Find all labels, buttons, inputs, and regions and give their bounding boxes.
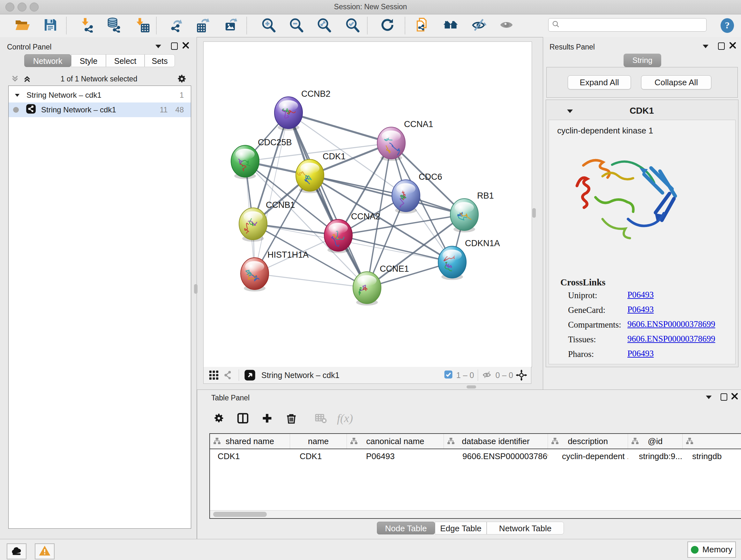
crosslink-link[interactable]: P06493 (627, 349, 654, 359)
result-expand-icon[interactable] (567, 110, 573, 113)
svg-text:?: ? (725, 20, 730, 30)
network-node-CCNB1[interactable]: CCNB1 (239, 200, 295, 242)
cell-name[interactable]: CDK1 (290, 449, 347, 464)
collapse-all-icon[interactable] (10, 74, 20, 85)
table-row[interactable]: CDK1 CDK1 P06493 9606.ENSP00000378699 cy… (210, 449, 741, 464)
horizontal-splitter-handle[interactable] (467, 385, 476, 388)
crosslink-link[interactable]: 9606.ENSP00000378699 (627, 334, 715, 344)
memory-button[interactable]: Memory (687, 542, 736, 558)
cell-namespace[interactable]: stringdb (683, 449, 741, 464)
network-node-CDC25B[interactable]: CDC25B (231, 138, 292, 179)
delete-table-button[interactable] (312, 410, 329, 427)
panel-menu-icon[interactable] (703, 45, 709, 48)
grid-view-icon[interactable] (207, 368, 221, 382)
zoom-in-button[interactable] (260, 17, 276, 34)
network-collection-row[interactable]: String Network – cdk1 1 (9, 88, 191, 103)
panel-float-icon[interactable] (171, 43, 178, 50)
expand-all-button[interactable]: Expand All (568, 75, 631, 89)
column-header[interactable]: name (290, 434, 347, 449)
tab-network[interactable]: Network (24, 54, 71, 67)
cell-canonical-name[interactable]: P06493 (347, 449, 444, 464)
save-session-button[interactable] (43, 17, 58, 34)
export-network-button[interactable] (168, 17, 184, 34)
clone-network-button[interactable] (414, 17, 430, 34)
column-header[interactable]: namespace (683, 434, 741, 449)
tab-string[interactable]: String (623, 54, 661, 67)
panel-close-icon[interactable] (729, 42, 737, 51)
crosslink-link[interactable]: P06493 (627, 305, 654, 314)
zoom-selected-button[interactable] (344, 17, 360, 34)
tree-expand-icon[interactable] (15, 94, 19, 97)
function-builder-button[interactable]: f(x) (336, 410, 354, 427)
birds-eye-toggle-icon[interactable] (243, 368, 257, 382)
hide-selected-button[interactable] (471, 17, 487, 34)
panel-close-icon[interactable] (731, 392, 738, 401)
add-column-button[interactable] (259, 410, 276, 427)
cell-id[interactable]: stringdb:9... (628, 449, 683, 464)
vertical-splitter-handle[interactable] (194, 284, 198, 294)
fit-selected-crosshair-icon[interactable] (513, 368, 530, 382)
selected-checkbox-icon[interactable] (444, 370, 453, 381)
network-node-CCNE1[interactable]: CCNE1 (353, 264, 409, 306)
tab-network-table[interactable]: Network Table (487, 522, 564, 535)
help-button[interactable]: ? (719, 17, 735, 35)
column-header[interactable]: shared name (210, 434, 290, 449)
table-panel-title: Table Panel (211, 394, 250, 402)
table-horizontal-scrollbar[interactable] (210, 510, 741, 518)
export-image-button[interactable] (223, 17, 239, 34)
crosslink-link[interactable]: 9606.ENSP00000378699 (627, 319, 715, 329)
panel-close-icon[interactable] (182, 42, 190, 51)
panel-menu-icon[interactable] (706, 395, 712, 399)
panel-float-icon[interactable] (721, 393, 727, 401)
show-columns-button[interactable] (234, 410, 252, 427)
network-node-CDKN1A[interactable]: CDKN1A (438, 239, 500, 280)
node-table[interactable]: shared name name canonical name database… (209, 433, 741, 519)
hidden-eye-icon[interactable] (482, 369, 492, 381)
network-row-selected[interactable]: String Network – cdk1 11 48 (9, 103, 191, 117)
column-header[interactable]: canonical name (347, 434, 444, 449)
cell-description[interactable]: cyclin-dependent ... (548, 449, 628, 464)
toolbar-search[interactable] (548, 18, 706, 32)
delete-column-button[interactable] (283, 410, 300, 427)
zoom-fit-button[interactable] (316, 17, 332, 34)
network-node-HIST1H1A[interactable]: HIST1H1A (241, 250, 309, 292)
network-node-CCNB2[interactable]: CCNB2 (274, 89, 331, 131)
import-database-button[interactable] (106, 17, 122, 34)
crosslink-link[interactable]: P06493 (627, 290, 654, 300)
cell-database-identifier[interactable]: 9606.ENSP00000378699 (444, 449, 548, 464)
cell-shared-name[interactable]: CDK1 (210, 449, 290, 464)
table-settings-button[interactable] (210, 410, 227, 427)
first-neighbors-button[interactable] (443, 17, 459, 34)
gear-icon[interactable] (176, 73, 187, 85)
tab-node-table[interactable]: Node Table (377, 522, 435, 535)
tab-style[interactable]: Style (71, 54, 106, 67)
refresh-button[interactable] (380, 17, 395, 34)
vertical-splitter-handle[interactable] (532, 208, 536, 218)
import-network-icon (79, 17, 94, 34)
panel-float-icon[interactable] (718, 43, 725, 50)
show-all-button[interactable] (498, 17, 515, 34)
tab-select[interactable]: Select (106, 54, 145, 67)
network-canvas[interactable]: CCNB2CCNA1CDC25BCDK1CDC6RB1CCNB1CCNA2CDK… (203, 42, 532, 367)
column-header[interactable]: database identifier (444, 434, 548, 449)
import-table-button[interactable] (134, 17, 150, 34)
import-network-button[interactable] (79, 17, 95, 34)
cloud-status-button[interactable] (7, 543, 26, 559)
zoom-out-button[interactable] (288, 17, 304, 34)
column-header[interactable]: @id (628, 434, 683, 449)
tab-sets[interactable]: Sets (145, 54, 175, 67)
network-graph[interactable]: CCNB2CCNA1CDC25BCDK1CDC6RB1CCNB1CCNA2CDK… (204, 42, 532, 367)
scrollbar-thumb[interactable] (213, 512, 267, 517)
column-header[interactable]: description (548, 434, 628, 449)
tab-edge-table[interactable]: Edge Table (435, 522, 487, 535)
panel-menu-icon[interactable] (155, 45, 161, 48)
share-view-icon[interactable] (221, 368, 235, 382)
expand-all-icon[interactable] (22, 74, 32, 85)
open-session-button[interactable] (14, 17, 30, 34)
network-node-RB1[interactable]: RB1 (450, 191, 494, 233)
search-input[interactable] (560, 20, 703, 30)
network-node-CCNA1[interactable]: CCNA1 (377, 119, 433, 161)
collapse-all-button[interactable]: Collapse All (641, 75, 711, 89)
warning-status-button[interactable] (35, 543, 55, 559)
export-table-button[interactable] (196, 17, 212, 34)
